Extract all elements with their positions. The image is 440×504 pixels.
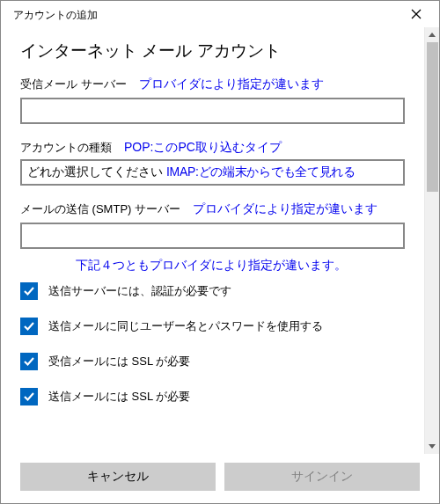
check-incoming-ssl-label: 受信メールには SSL が必要	[48, 354, 190, 369]
check-auth-required-label: 送信サーバーには、認証が必要です	[48, 283, 231, 299]
incoming-row: 受信メール サーバー プロバイダにより指定が違います	[20, 77, 405, 92]
smtp-server-input[interactable]	[20, 223, 405, 249]
check-outgoing-ssl[interactable]	[20, 388, 38, 405]
account-type-placeholder: どれか選択してください	[27, 164, 163, 180]
smtp-note: プロバイダにより指定が違います	[193, 201, 378, 217]
account-type-select-note: IMAP:どの端末からでも全て見れる	[166, 164, 356, 180]
incoming-note: プロバイダにより指定が違います	[139, 77, 324, 92]
scroll-thumb[interactable]	[427, 42, 438, 192]
group-note: 下記４つともプロバイダにより指定が違います。	[17, 258, 405, 274]
scroll-up-icon[interactable]	[425, 27, 439, 42]
page-title: インターネット メール アカウント	[20, 40, 405, 62]
check-same-credentials[interactable]	[20, 318, 38, 335]
content-wrap: インターネット メール アカウント 受信メール サーバー プロバイダにより指定が…	[1, 27, 439, 454]
close-button[interactable]	[400, 6, 432, 24]
check-same-credentials-row: 送信メールに同じユーザー名とパスワードを使用する	[20, 318, 405, 335]
incoming-label: 受信メール サーバー	[20, 77, 127, 92]
scroll-down-icon[interactable]	[425, 439, 439, 454]
account-type-select[interactable]: どれか選択してください IMAP:どの端末からでも全て見れる	[20, 159, 405, 186]
check-auth-required[interactable]	[20, 282, 38, 300]
check-auth-required-row: 送信サーバーには、認証が必要です	[20, 282, 405, 300]
title-bar: アカウントの追加	[1, 1, 439, 27]
checkmark-icon	[23, 285, 35, 297]
window-title: アカウントの追加	[13, 8, 98, 23]
check-same-credentials-label: 送信メールに同じユーザー名とパスワードを使用する	[48, 318, 323, 334]
smtp-label: メールの送信 (SMTP) サーバー	[20, 201, 180, 217]
check-outgoing-ssl-label: 送信メールには SSL が必要	[48, 389, 190, 405]
signin-button[interactable]: サインイン	[224, 463, 420, 491]
account-type-note: POP:このPC取り込むタイプ	[124, 140, 282, 156]
checkmark-icon	[23, 391, 35, 403]
scrollbar[interactable]	[424, 27, 439, 454]
cancel-button[interactable]: キャンセル	[20, 463, 216, 491]
check-incoming-ssl[interactable]	[20, 353, 38, 370]
account-type-label: アカウントの種類	[20, 140, 112, 156]
incoming-server-input[interactable]	[20, 98, 405, 124]
smtp-row: メールの送信 (SMTP) サーバー プロバイダにより指定が違います	[20, 201, 405, 217]
close-icon	[411, 8, 422, 22]
check-incoming-ssl-row: 受信メールには SSL が必要	[20, 353, 405, 370]
checkmark-icon	[23, 320, 35, 332]
dialog-window: アカウントの追加 インターネット メール アカウント 受信メール サーバー プロ…	[0, 0, 440, 504]
button-bar: キャンセル サインイン	[1, 454, 439, 503]
checkmark-icon	[23, 355, 35, 368]
content-area: インターネット メール アカウント 受信メール サーバー プロバイダにより指定が…	[1, 27, 424, 454]
account-type-row: アカウントの種類 POP:このPC取り込むタイプ	[20, 140, 405, 156]
check-outgoing-ssl-row: 送信メールには SSL が必要	[20, 388, 405, 405]
